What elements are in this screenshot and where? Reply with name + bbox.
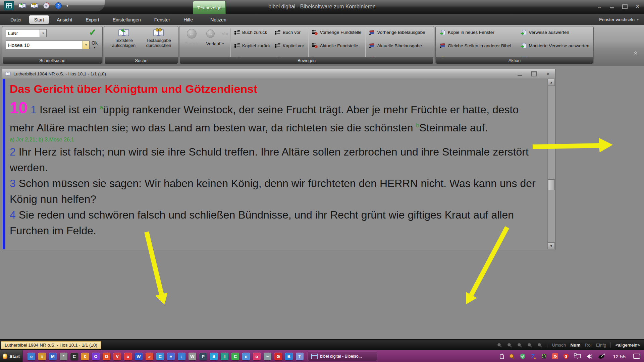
app-icon[interactable]: »	[146, 353, 153, 360]
app-icon[interactable]: *	[60, 353, 67, 360]
chevron-down-icon[interactable]: ▾	[40, 29, 46, 37]
tray-share-icon[interactable]	[552, 353, 558, 360]
ok-button[interactable]: Ok ▾	[92, 41, 98, 49]
minimize-icon[interactable]	[518, 75, 522, 76]
app-icon[interactable]: C	[70, 353, 78, 360]
window-switch-icon[interactable]: ↔	[597, 4, 602, 9]
app-icon[interactable]: B	[285, 353, 293, 360]
aktuelle-fundstelle-button[interactable]: Aktuelle Fundstelle	[311, 42, 363, 50]
maximize-icon[interactable]	[622, 4, 628, 9]
tab-start[interactable]: Start	[29, 15, 49, 24]
tab-export[interactable]: Export	[80, 14, 105, 25]
zoom-tool-icon[interactable]	[537, 343, 543, 348]
vertical-scrollbar[interactable]: ▲ ▼	[547, 79, 555, 249]
buch-zurueck-button[interactable]: Buch zurück	[233, 28, 272, 37]
textstelle-aufschlagen-button[interactable]: Textstelle aufschlagen	[107, 28, 141, 48]
document-title-bar[interactable]: Lutherbibel 1984 NR o.S. - Hos 10,1 · 1/…	[2, 69, 555, 79]
start-button[interactable]: Start	[0, 350, 23, 362]
svg-text:G: G	[565, 355, 568, 358]
verlauf-label: Verlauf	[206, 41, 220, 46]
app-icon[interactable]: o	[253, 353, 261, 360]
app-icon[interactable]: ‖	[221, 353, 228, 360]
close-icon[interactable]: ×	[636, 3, 639, 10]
app-icon[interactable]: W	[135, 353, 143, 360]
tray-satellite-icon[interactable]	[598, 353, 606, 360]
app-icon[interactable]: C	[156, 353, 164, 360]
close-icon[interactable]: ×	[546, 71, 550, 77]
tray-usb-icon[interactable]	[499, 353, 504, 360]
tab-einstellungen[interactable]: Einstellungen	[107, 14, 147, 25]
footnote-references[interactable]: a) Jer 2,21; b) 3.Mose 26,1	[10, 137, 543, 143]
chevron-down-icon[interactable]: ▾	[83, 41, 89, 49]
tray-search-icon[interactable]	[509, 353, 515, 360]
tab-notizen[interactable]: Notizen	[205, 14, 232, 25]
app-icon[interactable]: W	[189, 353, 196, 360]
app-icon[interactable]: O	[92, 353, 100, 360]
kopie-in-neues-fenster-button[interactable]: Kopie in neues Fenster	[438, 28, 518, 37]
zoom-tool-icon[interactable]	[497, 343, 502, 348]
key-state-rol: Rol	[585, 343, 591, 348]
app-icon[interactable]: V	[113, 353, 121, 360]
app-icon[interactable]: ≡	[167, 353, 175, 360]
scroll-up-icon[interactable]: ▲	[548, 79, 555, 86]
verweise-auswerten-button[interactable]: Verweise auswerten	[519, 28, 591, 37]
app-icon[interactable]: €	[81, 353, 89, 360]
footnote-marker[interactable]: a	[100, 104, 103, 111]
vor-button[interactable]: → Vor	[202, 29, 228, 38]
textausgabe-durchsuchen-button[interactable]: Textausgabe durchsuchen	[142, 28, 175, 48]
footnote-marker[interactable]: b	[416, 122, 419, 129]
app-icon[interactable]: e	[242, 353, 250, 360]
tray-notification-icon[interactable]	[633, 353, 641, 360]
tab-ansicht[interactable]: Ansicht	[51, 14, 78, 25]
vorherige-fundstelle-button[interactable]: Vorherige Fundstelle	[311, 28, 363, 37]
gleiche-stellen-button[interactable]: Gleiche Stellen in anderer Bibel	[438, 42, 518, 50]
app-icon[interactable]: e	[28, 353, 35, 360]
tab-hilfe[interactable]: Hilfe	[178, 14, 199, 25]
kapitel-vor-button[interactable]: Kapitel vor	[273, 42, 306, 50]
reference-combobox[interactable]: Hosea 10 ▾	[6, 41, 90, 49]
app-icon[interactable]: P	[199, 353, 207, 360]
app-icon[interactable]: T	[296, 353, 304, 360]
restore-icon[interactable]	[531, 71, 537, 76]
kapitel-zurueck-button[interactable]: Kapitel zurück	[233, 42, 272, 50]
minimize-icon[interactable]	[610, 7, 614, 8]
aktuelle-bibelausgabe-button[interactable]: Aktuelle Bibelausgabe	[368, 42, 426, 50]
zurueck-button[interactable]: Zurück	[181, 41, 202, 46]
app-icon[interactable]: S	[210, 353, 218, 360]
zoom-tool-icon[interactable]	[507, 343, 513, 348]
book-binoculars-icon	[153, 28, 164, 37]
search-type-combobox[interactable]: LuNr ▾	[6, 29, 47, 37]
app-icon[interactable]: #	[38, 353, 46, 360]
taskbar-app-icons: e # M * C € O O V o W »	[28, 353, 304, 360]
verlauf-button[interactable]: Verlauf ▾	[202, 41, 228, 46]
tray-volume-icon[interactable]	[586, 353, 593, 360]
taskbar-window-button[interactable]: bibel digital - Bibelso...	[308, 352, 377, 361]
app-icon[interactable]: O	[103, 353, 110, 360]
tray-selection-icon[interactable]	[541, 353, 547, 360]
tray-network-icon[interactable]	[574, 353, 582, 360]
zoom-tool-icon[interactable]	[527, 343, 533, 348]
confirm-check-icon[interactable]: ✓	[89, 27, 96, 38]
markierte-verweise-auswerten-button[interactable]: Markierte Verweise auswerten	[519, 42, 591, 50]
back-icon[interactable]: ←	[187, 29, 197, 39]
scrollbar-thumb[interactable]	[548, 179, 555, 190]
fenster-wechseln-button[interactable]: Fenster wechseln ▾	[599, 14, 639, 25]
zoom-tool-icon[interactable]	[517, 343, 523, 348]
group-aktion: Kopie in neues Fenster Gleiche Stellen i…	[435, 26, 594, 64]
app-icon[interactable]: G	[274, 353, 282, 360]
vorherige-bibelausgabe-button[interactable]: Vorherige Bibelausgabe	[368, 28, 426, 37]
tab-datei[interactable]: Datei	[5, 14, 27, 25]
app-icon[interactable]: ~	[264, 353, 271, 360]
app-icon[interactable]: o	[124, 353, 132, 360]
tray-shield-check-icon[interactable]	[520, 353, 526, 360]
tab-fenster[interactable]: Fenster	[149, 14, 176, 25]
app-icon[interactable]: ↓	[178, 353, 185, 360]
clock[interactable]: 12:55	[613, 354, 626, 359]
app-icon[interactable]: C	[231, 353, 239, 360]
scroll-down-icon[interactable]: ▼	[548, 242, 555, 249]
tray-z-icon[interactable]: Z	[530, 353, 537, 360]
tray-gdata-shield-icon[interactable]: G	[563, 353, 569, 360]
ribbon-collapse-icon[interactable]	[633, 50, 638, 56]
app-icon[interactable]: M	[49, 353, 57, 360]
buch-vor-button[interactable]: Buch vor	[273, 28, 306, 37]
